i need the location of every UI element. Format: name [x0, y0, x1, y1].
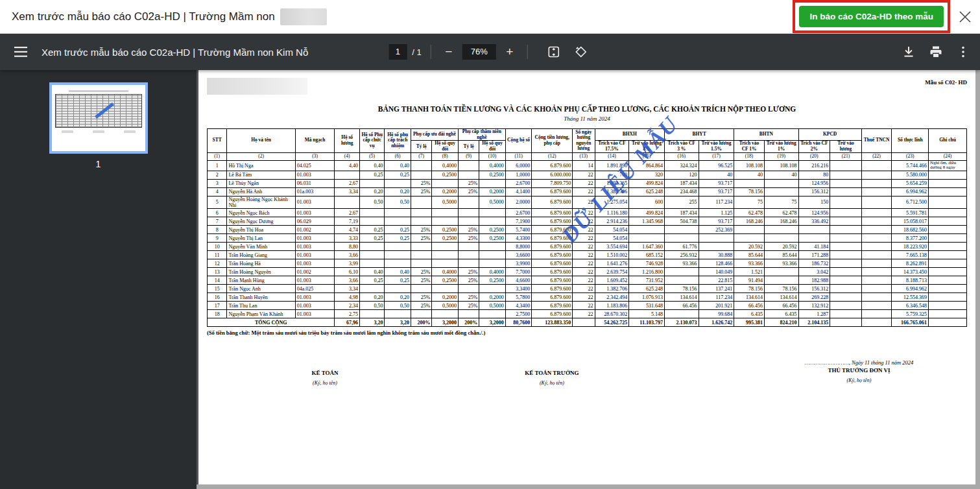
table-cell: [359, 217, 384, 226]
table-cell: 14: [573, 160, 595, 171]
table-cell: [699, 243, 734, 251]
table-cell: 8.262.891: [892, 259, 929, 268]
table-cell: [929, 276, 967, 285]
column-index: (4): [335, 152, 359, 160]
table-cell: 3: [208, 179, 227, 187]
table-cell: [929, 285, 967, 293]
table-cell: 625.248: [629, 187, 665, 196]
zoom-in-button[interactable]: +: [501, 43, 518, 60]
table-row: 8Nguyễn Thị Hoa01.0024,740,250,2525%0,25…: [208, 226, 967, 234]
table-cell: [699, 234, 734, 243]
table-cell: 0,20: [385, 293, 411, 302]
table-cell: 6.879.600: [532, 209, 573, 217]
table-cell: [929, 293, 967, 302]
table-cell: 78.156: [734, 285, 765, 293]
table-cell: [458, 160, 479, 171]
window-title-bar: Xem trước mẫu báo cáo C02a-HD | Trường M…: [0, 0, 980, 34]
table-cell: 54.054: [595, 226, 629, 234]
table-cell: 01.003: [295, 302, 335, 310]
thumbnail-watermark-mark: [95, 102, 114, 119]
table-cell: 7,19: [335, 217, 359, 226]
column-subheader: Tỷ lệ: [458, 141, 479, 152]
column-index: (24): [929, 152, 967, 160]
column-subheader: Trừ vào lương 1%: [764, 141, 798, 152]
table-cell: [411, 259, 431, 268]
page-thumbnail[interactable]: [49, 82, 148, 154]
vertical-scrollbar[interactable]: [975, 70, 980, 484]
zoom-out-button[interactable]: −: [440, 43, 457, 60]
table-cell: 06.029: [295, 217, 335, 226]
print-icon[interactable]: [926, 42, 946, 62]
column-subheader: Trừ vào lương 8%: [629, 141, 665, 152]
table-cell: [929, 310, 967, 318]
menu-icon[interactable]: [8, 39, 34, 65]
total-cell: 200%: [458, 318, 479, 327]
table-cell: [830, 302, 862, 310]
table-cell: [359, 251, 384, 259]
table-cell: 25%: [411, 302, 431, 310]
table-cell: 4,3300: [505, 234, 532, 243]
table-cell: [458, 259, 479, 268]
column-header: BHXH: [595, 129, 664, 141]
table-cell: [359, 259, 384, 268]
thumbnail-sidebar: 1: [0, 70, 197, 489]
download-icon[interactable]: [898, 42, 919, 62]
horizontal-scrollbar[interactable]: [197, 484, 980, 489]
table-cell: [861, 285, 892, 293]
table-cell: [359, 209, 384, 217]
fit-page-icon[interactable]: [544, 42, 564, 62]
print-report-button[interactable]: In báo cáo C02a-HD theo mẫu: [799, 6, 944, 27]
table-cell: [664, 234, 699, 243]
table-cell: 4,74: [335, 226, 359, 234]
more-options-icon[interactable]: [953, 42, 974, 62]
table-cell: 1.382.706: [595, 285, 629, 293]
table-cell: 93.717: [699, 179, 734, 187]
table-cell: 6,10: [335, 268, 359, 276]
table-cell: 320: [629, 171, 665, 179]
table-cell: 01.003: [295, 310, 335, 318]
table-cell: 0,5000: [479, 196, 506, 208]
column-header: Cộng tiền lương, phụ cấp: [532, 129, 573, 153]
table-cell: Trần Thanh Huyền: [227, 293, 295, 302]
table-cell: [764, 187, 798, 196]
table-cell: 234.468: [664, 187, 699, 196]
thumbnail-mark: [62, 130, 73, 133]
table-cell: [432, 217, 459, 226]
table-cell: 6: [208, 209, 227, 217]
table-cell: [411, 171, 431, 179]
table-cell: 5.654.259: [892, 179, 929, 187]
column-index: (11): [505, 152, 532, 160]
table-cell: [335, 196, 359, 208]
table-cell: [359, 179, 384, 187]
table-cell: 3.554.694: [595, 243, 629, 251]
table-cell: 132.912: [798, 302, 830, 310]
table-cell: [458, 209, 479, 217]
page-number-input[interactable]: 1: [388, 44, 407, 60]
table-cell: 6.879.600: [532, 196, 573, 208]
total-cell: 80,7600: [505, 318, 532, 327]
table-cell: 2,67: [335, 179, 359, 187]
window-title: Xem trước mẫu báo cáo C02a-HD | Trường M…: [12, 8, 327, 25]
close-icon[interactable]: [955, 7, 975, 27]
table-cell: [458, 310, 479, 318]
table-cell: 6.346.548: [892, 302, 929, 310]
table-cell: 18.682.560: [892, 226, 929, 234]
table-cell: 13: [208, 268, 227, 276]
table-cell: 25%: [458, 226, 479, 234]
table-cell: [385, 259, 411, 268]
table-cell: 1.382.706: [595, 187, 629, 196]
table-cell: 93.717: [699, 187, 734, 196]
table-cell: [929, 171, 967, 179]
table-cell: [764, 276, 798, 285]
table-cell: [830, 160, 862, 171]
table-cell: [861, 187, 892, 196]
table-cell: 108.108: [764, 160, 798, 171]
rotate-icon[interactable]: [571, 42, 592, 62]
table-cell: 25%: [458, 179, 479, 187]
table-cell: [830, 217, 862, 226]
table-cell: 156.312: [798, 285, 830, 293]
table-cell: Nguyễn Văn Minh: [227, 243, 295, 251]
table-cell: [861, 179, 892, 187]
table-row: 11Trần Hoàng Giang01.0033,663,66006.879.…: [208, 251, 967, 259]
column-index: (8): [432, 152, 459, 160]
